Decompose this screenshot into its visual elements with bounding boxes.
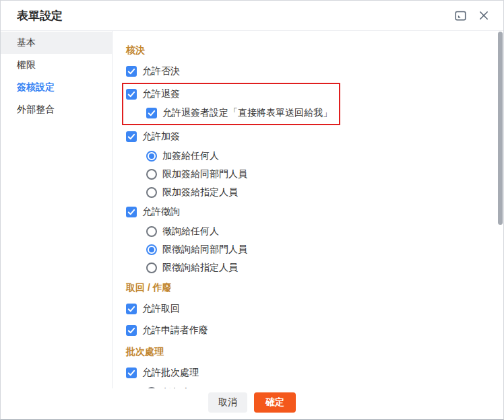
- checkbox-allow-void[interactable]: [126, 325, 137, 336]
- radio-countersign-anyone[interactable]: [146, 151, 157, 162]
- row-allow-return-sign: 允許退簽: [126, 88, 332, 100]
- row-allow-void: 允許申請者作廢: [126, 324, 487, 337]
- section-title-withdraw: 取回 / 作廢: [126, 282, 487, 294]
- checkbox-allow-reject[interactable]: [126, 66, 137, 77]
- confirm-button[interactable]: 確定: [254, 392, 296, 413]
- cancel-button[interactable]: 取消: [208, 392, 247, 413]
- checkbox-label: 允許申請者作廢: [142, 324, 208, 337]
- radio-row-consult-same-dept: 限徵詢給同部門人員: [146, 244, 487, 256]
- radio-label: 限徵詢給同部門人員: [162, 244, 247, 256]
- form-settings-dialog: 表單設定 基本 權限 簽核設定 外部整合 核決: [0, 0, 504, 420]
- row-allow-withdraw: 允許取回: [126, 303, 487, 315]
- radio-label: 限徵詢給指定人員: [162, 262, 238, 274]
- close-icon[interactable]: [478, 9, 490, 22]
- radio-row-countersign-same-dept: 限加簽給同部門人員: [146, 168, 487, 180]
- row-allow-return-to-me: 允許退簽者設定「直接將表單送回給我」: [146, 107, 332, 119]
- checkbox-label: 允許徵詢: [142, 206, 180, 218]
- radio-row-consult-anyone: 徵詢給任何人: [146, 225, 487, 238]
- row-allow-countersign: 允許加簽: [126, 131, 487, 143]
- sidebar-item-approval-settings[interactable]: 簽核設定: [1, 76, 112, 98]
- row-allow-reject: 允許否決: [126, 65, 487, 77]
- section-title-approval: 核決: [126, 44, 487, 57]
- checkbox-allow-consult[interactable]: [126, 207, 137, 217]
- highlight-red-box: 允許退簽 允許退簽者設定「直接將表單送回給我」: [122, 83, 340, 125]
- row-allow-consult: 允許徵詢: [126, 206, 487, 218]
- dialog-footer: 取消 確定: [1, 388, 503, 419]
- checkbox-allow-batch[interactable]: [126, 368, 137, 378]
- checkbox-label: 允許取回: [142, 303, 180, 315]
- radio-label: 徵詢給任何人: [162, 225, 219, 238]
- radio-row-consult-designated: 限徵詢給指定人員: [146, 262, 487, 274]
- dialog-title: 表單設定: [17, 8, 454, 24]
- checkbox-label: 允許退簽: [142, 88, 180, 100]
- dialog-body: 基本 權限 簽核設定 外部整合 核決 允許否決 允許退簽: [1, 31, 503, 388]
- radio-label: 加簽給任何人: [162, 150, 219, 162]
- radio-countersign-designated[interactable]: [146, 187, 157, 198]
- checkbox-allow-return-sign[interactable]: [126, 89, 137, 100]
- checkbox-allow-countersign[interactable]: [126, 131, 137, 142]
- scrollbar-thumb[interactable]: [498, 32, 503, 225]
- checkbox-label: 允許加簽: [142, 131, 180, 143]
- checkbox-label: 允許退簽者設定「直接將表單送回給我」: [162, 107, 332, 119]
- countersign-radio-group: 加簽給任何人 限加簽給同部門人員 限加簽給指定人員: [146, 150, 487, 199]
- sidebar-item-basic[interactable]: 基本: [1, 32, 112, 54]
- radio-countersign-same-dept[interactable]: [146, 169, 157, 180]
- radio-consult-same-dept[interactable]: [146, 244, 157, 255]
- sidebar-item-external-integration[interactable]: 外部整合: [1, 98, 112, 120]
- radio-consult-anyone[interactable]: [146, 226, 157, 237]
- radio-label: 限加簽給指定人員: [162, 186, 238, 199]
- settings-panel: 核決 允許否決 允許退簽 允許退簽者設定「直接: [113, 31, 503, 388]
- consult-radio-group: 徵詢給任何人 限徵詢給同部門人員 限徵詢給指定人員: [146, 225, 487, 274]
- radio-label: 限加簽給同部門人員: [162, 168, 247, 180]
- sidebar: 基本 權限 簽核設定 外部整合: [1, 31, 113, 388]
- checkbox-return-to-me[interactable]: [146, 108, 157, 118]
- checkbox-label: 允許否決: [142, 65, 180, 77]
- expand-icon[interactable]: [454, 9, 466, 22]
- row-allow-batch: 允許批次處理: [126, 367, 487, 379]
- radio-row-countersign-anyone: 加簽給任何人: [146, 150, 487, 162]
- checkbox-label: 允許批次處理: [142, 367, 199, 379]
- sidebar-item-permissions[interactable]: 權限: [1, 54, 112, 76]
- radio-row-countersign-designated: 限加簽給指定人員: [146, 186, 487, 199]
- radio-batch-anyone[interactable]: [146, 387, 157, 388]
- checkbox-allow-withdraw[interactable]: [126, 304, 137, 314]
- radio-consult-designated[interactable]: [146, 262, 157, 273]
- section-title-batch: 批次處理: [126, 346, 487, 358]
- dialog-header: 表單設定: [1, 1, 503, 31]
